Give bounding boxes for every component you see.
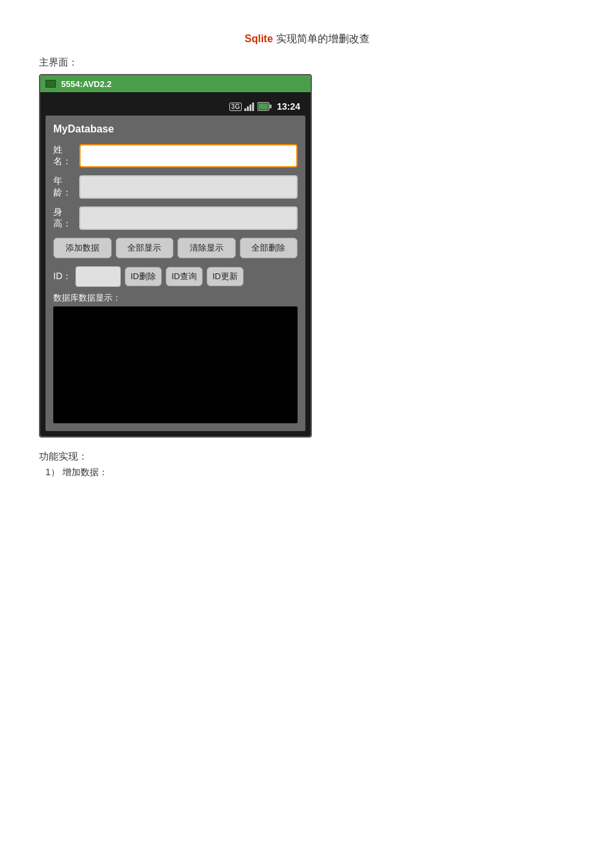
svg-rect-2: [249, 105, 251, 111]
app-header: MyDatabase: [53, 123, 298, 135]
svg-rect-6: [270, 105, 272, 108]
height-label: 身高：: [53, 206, 79, 230]
status-time: 13:24: [277, 101, 300, 112]
feature-section: 功能实现： 1） 增加数据：: [39, 451, 575, 478]
clear-display-button[interactable]: 清除显示: [177, 238, 236, 258]
action-buttons-row: 添加数据 全部显示 清除显示 全部删除: [53, 238, 298, 258]
id-row: ID： ID删除 ID查询 ID更新: [53, 266, 298, 287]
page-title-text: 实现简单的增删改查: [276, 33, 370, 44]
height-input[interactable]: [79, 206, 298, 230]
android-screen: 3G 13:24: [40, 92, 311, 436]
svg-rect-0: [244, 108, 246, 111]
age-row: 年龄：: [53, 175, 298, 199]
page-wrapper: Sqlite 实现简单的增删改查 主界面： 5554:AVD2.2 3G: [0, 13, 614, 498]
age-input[interactable]: [79, 175, 298, 199]
emulator-window: 5554:AVD2.2 3G: [39, 74, 312, 438]
id-update-button[interactable]: ID更新: [207, 267, 244, 286]
id-delete-button[interactable]: ID删除: [125, 267, 162, 286]
id-query-button[interactable]: ID查询: [166, 267, 203, 286]
emulator-titlebar: 5554:AVD2.2: [40, 75, 311, 92]
svg-rect-3: [252, 103, 254, 111]
page-title: Sqlite 实现简单的增删改查: [39, 32, 575, 46]
id-label: ID：: [53, 271, 71, 282]
main-interface-label: 主界面：: [39, 56, 575, 69]
emulator-title-text: 5554:AVD2.2: [61, 79, 112, 89]
svg-rect-1: [247, 106, 249, 111]
db-display-area: [53, 306, 298, 423]
name-row: 姓名：: [53, 144, 298, 167]
sqlite-brand: Sqlite: [244, 33, 273, 44]
app-content: MyDatabase 姓名： 年龄： 身高： 添: [45, 116, 305, 431]
name-label: 姓名：: [53, 144, 79, 167]
signal-bars-icon: [244, 102, 255, 111]
age-label: 年龄：: [53, 175, 79, 199]
add-data-button[interactable]: 添加数据: [53, 238, 112, 258]
name-input[interactable]: [79, 144, 298, 167]
svg-rect-5: [259, 104, 268, 110]
window-icon: [45, 80, 56, 88]
db-display-label: 数据库数据显示：: [53, 292, 298, 304]
delete-all-button[interactable]: 全部删除: [240, 238, 298, 258]
signal-3g-icon: 3G: [229, 103, 242, 111]
battery-icon: [257, 102, 272, 111]
feature-item-1: 1） 增加数据：: [45, 467, 575, 478]
show-all-button[interactable]: 全部显示: [116, 238, 174, 258]
feature-title: 功能实现：: [39, 451, 575, 463]
status-bar: 3G 13:24: [45, 97, 305, 116]
id-input[interactable]: [75, 266, 121, 287]
height-row: 身高：: [53, 206, 298, 230]
